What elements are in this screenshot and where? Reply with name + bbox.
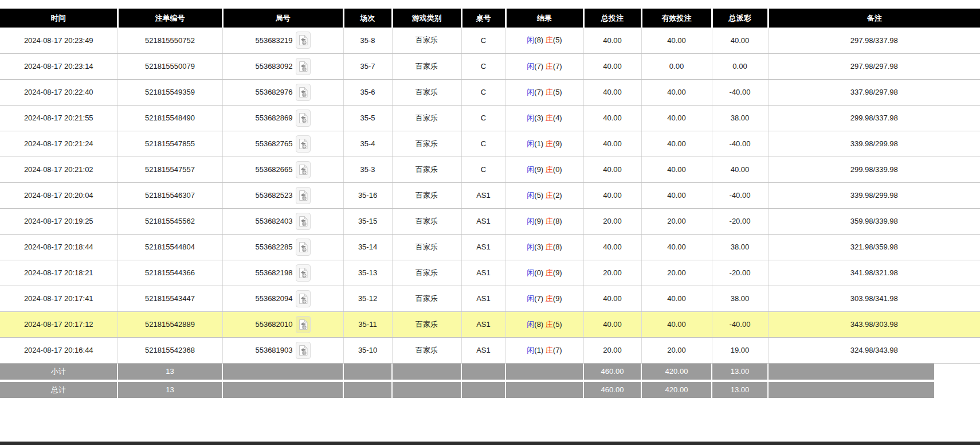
grand-total-total-bet: 460.00	[583, 382, 641, 398]
result-banker-value: (9)	[553, 268, 562, 277]
table-row[interactable]: 2024-08-17 20:18:21 521815544366 5536821…	[0, 260, 980, 286]
video-replay-button[interactable]	[296, 110, 311, 127]
video-replay-icon	[298, 87, 308, 98]
table-row[interactable]: 2024-08-17 20:18:44 521815544804 5536822…	[0, 234, 980, 260]
video-replay-button[interactable]	[296, 342, 311, 359]
cell-game-type: 百家乐	[392, 208, 461, 234]
table-row[interactable]: 2024-08-17 20:17:12 521815542889 5536820…	[0, 311, 980, 337]
cell-game-type: 百家乐	[392, 234, 461, 260]
cell-table-no: AS1	[461, 311, 505, 337]
cell-session: 35-3	[343, 157, 392, 182]
table-row[interactable]: 2024-08-17 20:22:40 521815549359 5536829…	[0, 79, 980, 105]
table-row[interactable]: 2024-08-17 20:20:04 521815546307 5536825…	[0, 182, 980, 208]
video-replay-button[interactable]	[296, 58, 311, 75]
table-row[interactable]: 2024-08-17 20:19:25 521815545562 5536824…	[0, 208, 980, 234]
round-id-text: 553682665	[255, 165, 292, 174]
grand-total-count: 13	[117, 382, 222, 398]
table-row[interactable]: 2024-08-17 20:23:14 521815550079 5536830…	[0, 53, 980, 79]
cell-bet-id: 521815546307	[117, 182, 222, 208]
cell-table-no: AS1	[461, 182, 505, 208]
video-replay-button[interactable]	[296, 32, 311, 49]
cell-game-type: 百家乐	[392, 105, 461, 131]
video-replay-button[interactable]	[296, 264, 311, 282]
cell-valid-bet: 20.00	[641, 260, 712, 286]
cell-game-type: 百家乐	[392, 79, 461, 105]
result-banker-value: (8)	[553, 217, 562, 225]
cell-round-id: 553681903	[222, 337, 343, 363]
result-player-label: 闲	[527, 268, 534, 277]
cell-result: 闲(9) 庄(0)	[505, 157, 583, 182]
cell-remark: 339.98/299.98	[768, 131, 980, 157]
cell-bet-id: 521815550752	[117, 28, 222, 53]
cell-session: 35-6	[343, 79, 392, 105]
table-row[interactable]: 2024-08-17 20:16:44 521815542368 5536819…	[0, 337, 980, 363]
cell-table-no: C	[461, 105, 505, 131]
video-replay-icon	[298, 293, 308, 305]
result-player-label: 闲	[527, 36, 534, 44]
cell-game-type: 百家乐	[392, 260, 461, 286]
video-replay-button[interactable]	[296, 239, 311, 256]
round-id-text: 553682285	[255, 243, 292, 251]
table-row[interactable]: 2024-08-17 20:21:02 521815547557 5536826…	[0, 157, 980, 182]
video-replay-icon	[298, 345, 308, 356]
cell-remark: 324.98/343.98	[768, 337, 980, 363]
video-replay-button[interactable]	[296, 84, 311, 101]
cell-valid-bet: 40.00	[641, 286, 712, 311]
cell-valid-bet: 40.00	[641, 79, 712, 105]
cell-game-type: 百家乐	[392, 131, 461, 157]
table-row[interactable]: 2024-08-17 20:23:49 521815550752 5536832…	[0, 28, 980, 53]
video-replay-button[interactable]	[296, 213, 311, 230]
cell-remark: 339.98/299.98	[768, 182, 980, 208]
round-id-text: 553682869	[255, 114, 292, 122]
cell-round-id: 553682094	[222, 286, 343, 311]
video-replay-button[interactable]	[296, 290, 311, 307]
result-player-value: (1)	[534, 139, 543, 148]
video-replay-icon	[298, 190, 308, 201]
cell-bet-id: 521815545562	[117, 208, 222, 234]
cell-bet-id: 521815550079	[117, 53, 222, 79]
cell-time: 2024-08-17 20:17:12	[0, 311, 117, 337]
cell-total-bet: 40.00	[583, 311, 641, 337]
result-banker-label: 庄	[546, 88, 553, 96]
col-header-time: 时间	[0, 9, 117, 28]
grand-total-label: 总计	[0, 382, 117, 398]
result-banker-label: 庄	[546, 320, 553, 329]
cell-time: 2024-08-17 20:20:04	[0, 182, 117, 208]
cell-valid-bet: 40.00	[641, 157, 712, 182]
cell-valid-bet: 0.00	[641, 53, 712, 79]
cell-valid-bet: 40.00	[641, 182, 712, 208]
round-id-text: 553682976	[255, 88, 292, 96]
cell-table-no: C	[461, 131, 505, 157]
cell-time: 2024-08-17 20:18:21	[0, 260, 117, 286]
col-header-total-bet: 总投注	[583, 9, 641, 28]
result-player-label: 闲	[527, 191, 534, 200]
result-player-value: (3)	[534, 243, 543, 251]
table-row[interactable]: 2024-08-17 20:21:55 521815548490 5536828…	[0, 105, 980, 131]
cell-table-no: C	[461, 53, 505, 79]
cell-bet-id: 521815547855	[117, 131, 222, 157]
result-player-label: 闲	[527, 346, 534, 354]
next-section-edge	[0, 442, 980, 445]
col-header-valid-bet: 有效投注	[641, 9, 712, 28]
cell-time: 2024-08-17 20:23:14	[0, 53, 117, 79]
video-replay-button[interactable]	[296, 135, 311, 153]
result-banker-value: (4)	[553, 114, 562, 122]
video-replay-button[interactable]	[296, 187, 311, 204]
col-header-result: 结果	[505, 9, 583, 28]
video-replay-button[interactable]	[296, 161, 311, 178]
result-player-value: (7)	[534, 88, 543, 96]
cell-total-bet: 40.00	[583, 157, 641, 182]
cell-table-no: C	[461, 28, 505, 53]
cell-time: 2024-08-17 20:17:41	[0, 286, 117, 311]
video-replay-button[interactable]	[296, 316, 311, 333]
result-player-label: 闲	[527, 320, 534, 329]
subtotal-label: 小计	[0, 364, 117, 380]
cell-payout: -20.00	[712, 260, 768, 286]
cell-table-no: AS1	[461, 286, 505, 311]
table-row[interactable]: 2024-08-17 20:21:24 521815547855 5536827…	[0, 131, 980, 157]
cell-remark: 299.98/337.98	[768, 105, 980, 131]
result-banker-value: (0)	[553, 165, 562, 174]
result-player-value: (9)	[534, 165, 543, 174]
table-row[interactable]: 2024-08-17 20:17:41 521815543447 5536820…	[0, 286, 980, 311]
cell-payout: 38.00	[712, 286, 768, 311]
